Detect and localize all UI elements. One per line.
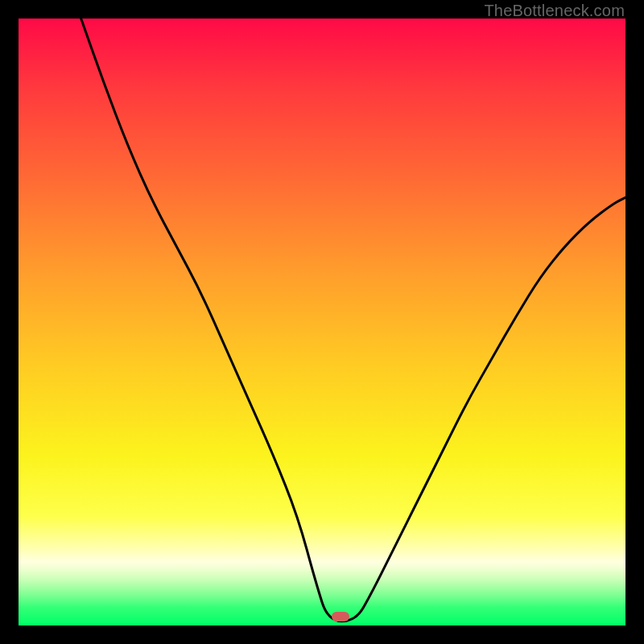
bottleneck-curve [19,19,625,625]
credit-text: TheBottleneck.com [484,2,625,20]
optimal-marker [332,612,349,621]
plot-area [19,19,625,625]
